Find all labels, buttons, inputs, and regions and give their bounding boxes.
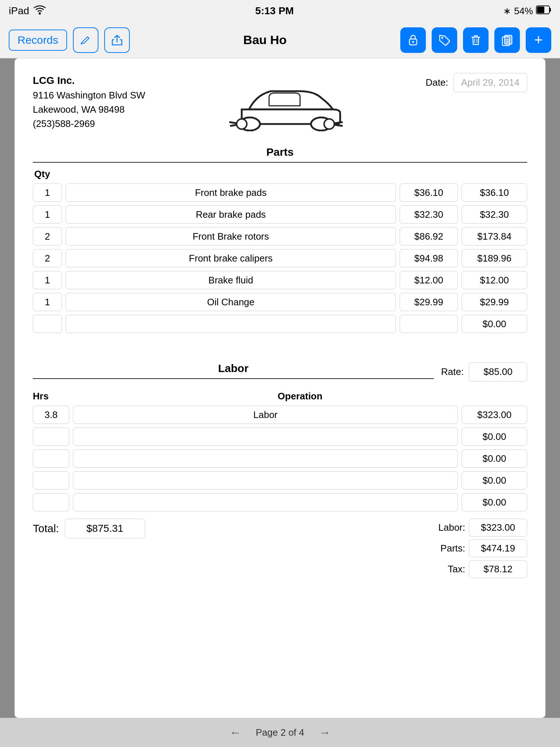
nav-left: Records (9, 27, 130, 53)
parts-summary-row: Parts: $474.19 (429, 539, 527, 557)
parts-price-cell[interactable]: $36.10 (400, 183, 458, 202)
prev-page-button[interactable]: ← (230, 726, 241, 739)
page-indicator: ← Page 2 of 4 → (0, 718, 560, 747)
parts-qty-cell[interactable]: 1 (33, 205, 62, 224)
parts-qty-cell[interactable]: 1 (33, 183, 62, 202)
add-button[interactable]: + (526, 27, 551, 53)
parts-total-cell[interactable]: $36.10 (462, 183, 527, 202)
labor-title: Labor (33, 359, 434, 379)
total-left: Total: $875.31 (33, 519, 145, 538)
company-address1: 9116 Washington Blvd SW (33, 88, 145, 102)
company-phone: (253)588-2969 (33, 117, 145, 131)
lock-button[interactable] (400, 27, 426, 53)
labor-amt-cell[interactable]: $0.00 (462, 427, 527, 446)
parts-desc-cell[interactable]: Front brake calipers (66, 249, 396, 267)
parts-qty-cell[interactable]: 2 (33, 227, 62, 245)
car-logo (145, 73, 425, 131)
battery-text: 54% (514, 5, 533, 17)
nav-right: + (400, 27, 551, 53)
parts-desc-cell[interactable]: Oil Change (66, 293, 396, 311)
wifi-icon (34, 5, 46, 18)
labor-header-row: Hrs Operation (33, 391, 527, 402)
parts-row: $0.00 (33, 315, 527, 333)
labor-op-cell[interactable] (73, 471, 458, 489)
parts-summary-value[interactable]: $474.19 (469, 539, 527, 557)
parts-price-cell[interactable]: $29.99 (400, 293, 458, 311)
parts-desc-cell[interactable]: Front brake pads (66, 183, 396, 202)
labor-op-cell[interactable] (73, 449, 458, 468)
parts-total-cell[interactable]: $32.30 (462, 205, 527, 224)
labor-amt-cell[interactable]: $323.00 (462, 406, 527, 424)
parts-price-cell[interactable]: $94.98 (400, 249, 458, 267)
labor-row: $0.00 (33, 493, 527, 511)
parts-qty-cell[interactable]: 1 (33, 271, 62, 289)
parts-desc-cell[interactable]: Brake fluid (66, 271, 396, 289)
date-section: Date: April 29, 2014 (425, 73, 527, 92)
total-value[interactable]: $875.31 (65, 519, 145, 538)
date-value[interactable]: April 29, 2014 (454, 73, 527, 92)
svg-point-15 (237, 119, 247, 129)
svg-rect-2 (549, 8, 551, 12)
status-time: 5:13 PM (255, 5, 294, 17)
labor-op-cell[interactable] (73, 427, 458, 446)
labor-amt-cell[interactable]: $0.00 (462, 449, 527, 468)
labor-amt-cell[interactable]: $0.00 (462, 493, 527, 511)
labor-hrs-cell[interactable]: 3.8 (33, 406, 69, 424)
labor-summary-row: Labor: $323.00 (429, 519, 527, 537)
tag-button[interactable] (432, 27, 457, 53)
nav-bar: Records Bau Ho (0, 22, 560, 58)
labor-hrs-cell[interactable] (33, 427, 69, 446)
ipad-label: iPad (9, 5, 29, 17)
parts-price-cell[interactable]: $86.92 (400, 227, 458, 245)
records-button[interactable]: Records (9, 30, 67, 51)
share-button[interactable] (104, 27, 130, 53)
next-page-button[interactable]: → (319, 726, 331, 739)
trash-button[interactable] (463, 27, 489, 53)
parts-qty-cell[interactable]: 2 (33, 249, 62, 267)
labor-hrs-cell[interactable] (33, 493, 69, 511)
svg-point-5 (412, 41, 414, 43)
rate-label: Rate: (441, 366, 464, 378)
svg-rect-3 (537, 7, 544, 13)
parts-desc-cell[interactable]: Rear brake pads (66, 205, 396, 224)
parts-total-cell[interactable]: $12.00 (462, 271, 527, 289)
svg-point-0 (39, 12, 41, 15)
parts-price-cell[interactable] (400, 315, 458, 333)
parts-desc-cell[interactable]: Front Brake rotors (66, 227, 396, 245)
labor-op-cell[interactable]: Labor (73, 406, 458, 424)
labor-hrs-label: Hrs (33, 391, 69, 402)
company-info: LCG Inc. 9116 Washington Blvd SW Lakewoo… (33, 73, 145, 131)
labor-hrs-cell[interactable] (33, 471, 69, 489)
summary-right: Labor: $323.00 Parts: $474.19 Tax: $78.1… (429, 519, 527, 578)
parts-total-cell[interactable]: $0.00 (462, 315, 527, 333)
parts-desc-cell[interactable] (66, 315, 396, 333)
labor-hrs-cell[interactable] (33, 449, 69, 468)
tax-summary-value[interactable]: $78.12 (469, 560, 527, 578)
battery-icon (536, 5, 551, 17)
tax-summary-row: Tax: $78.12 (429, 560, 527, 578)
date-label: Date: (425, 77, 448, 88)
parts-price-cell[interactable]: $32.30 (400, 205, 458, 224)
parts-row: 2 Front brake calipers $94.98 $189.96 (33, 249, 527, 267)
parts-total-cell[interactable]: $29.99 (462, 293, 527, 311)
labor-op-cell[interactable] (73, 493, 458, 511)
parts-row: 1 Brake fluid $12.00 $12.00 (33, 271, 527, 289)
parts-qty-header: Qty (33, 169, 527, 180)
parts-table: 1 Front brake pads $36.10 $36.10 1 Rear … (33, 183, 527, 333)
rate-value[interactable]: $85.00 (469, 362, 527, 382)
parts-price-cell[interactable]: $12.00 (400, 271, 458, 289)
labor-table: 3.8 Labor $323.00 $0.00 $0.00 $0.00 $0.0… (33, 406, 527, 511)
parts-section: Parts Qty 1 Front brake pads $36.10 $36.… (33, 142, 527, 333)
labor-summary-value[interactable]: $323.00 (469, 519, 527, 537)
copy-button[interactable] (494, 27, 520, 53)
labor-op-label: Operation (73, 391, 527, 402)
labor-amt-cell[interactable]: $0.00 (462, 471, 527, 489)
parts-qty-cell[interactable] (33, 315, 62, 333)
edit-button[interactable] (73, 27, 98, 53)
parts-row: 1 Rear brake pads $32.30 $32.30 (33, 205, 527, 224)
bluetooth-icon: ∗ (503, 5, 511, 17)
parts-qty-cell[interactable]: 1 (33, 293, 62, 311)
parts-total-cell[interactable]: $189.96 (462, 249, 527, 267)
company-address2: Lakewood, WA 98498 (33, 102, 145, 117)
parts-total-cell[interactable]: $173.84 (462, 227, 527, 245)
